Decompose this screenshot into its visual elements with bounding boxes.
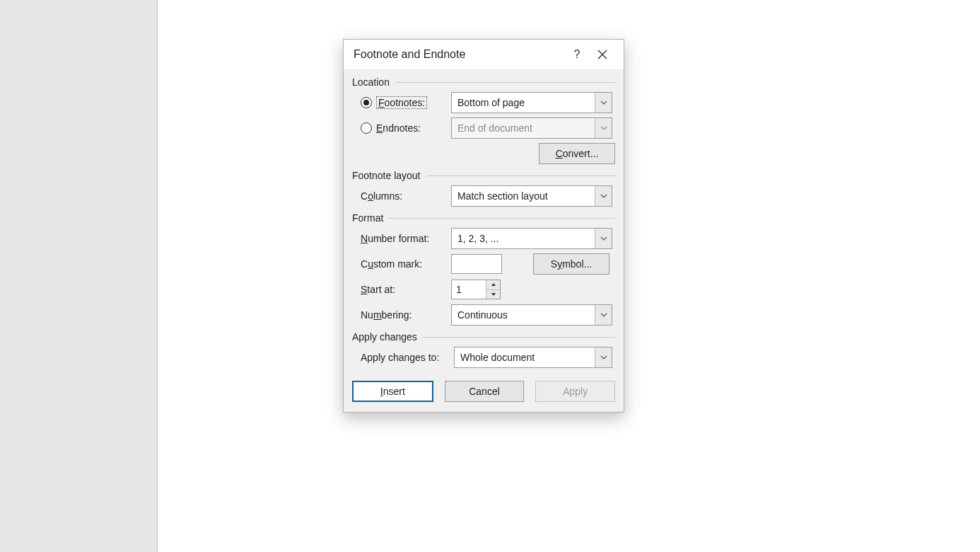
close-icon (597, 50, 607, 59)
group-location: Location Footnotes: Bottom of page (352, 76, 615, 164)
svg-marker-3 (491, 293, 496, 296)
row-number-format: Number format: 1, 2, 3, ... (361, 228, 615, 249)
group-apply-changes: Apply changes Apply changes to: Whole do… (352, 331, 615, 368)
chevron-down-icon (595, 305, 612, 325)
label-numbering: Numbering: (361, 309, 412, 321)
divider (423, 337, 615, 338)
symbol-button[interactable]: Symbol... (533, 253, 609, 275)
apply-button: Apply (535, 381, 615, 402)
group-footnote-layout: Footnote layout Columns: Match section l… (352, 170, 615, 207)
insert-button[interactable]: Insert (352, 381, 433, 402)
spinner-value: 1 (452, 280, 486, 299)
spinner-down[interactable] (486, 289, 500, 299)
spinner-up[interactable] (486, 280, 500, 289)
divider (395, 82, 615, 83)
label-custom-mark: Custom mark: (361, 258, 422, 270)
label-columns: Columns: (361, 190, 402, 202)
help-button[interactable]: ? (564, 43, 590, 66)
custom-mark-input[interactable] (451, 254, 502, 274)
combo-endnotes-location: End of document (451, 117, 612, 139)
combo-value: Continuous (452, 305, 595, 325)
row-numbering: Numbering: Continuous (361, 304, 615, 326)
document-margin (0, 0, 158, 552)
svg-marker-2 (491, 283, 496, 286)
combo-number-format[interactable]: 1, 2, 3, ... (451, 228, 612, 249)
dialog-body: Location Footnotes: Bottom of page (344, 69, 624, 412)
start-at-spinner[interactable]: 1 (451, 280, 501, 299)
button-label: Symbol... (551, 258, 592, 270)
button-label: Insert (380, 386, 405, 397)
radio-footnotes[interactable] (361, 97, 372, 108)
label-endnotes[interactable]: Endnotes: (376, 122, 421, 134)
footnote-endnote-dialog: Footnote and Endnote ? Location Footnote… (343, 39, 624, 413)
dialog-titlebar: Footnote and Endnote ? (344, 40, 624, 69)
combo-value: 1, 2, 3, ... (452, 229, 595, 248)
label-footnotes[interactable]: Footnotes: (376, 96, 427, 109)
divider (389, 218, 615, 219)
dialog-actions: Insert Cancel Apply (352, 381, 615, 402)
row-start-at: Start at: 1 (361, 279, 615, 300)
button-label: Apply (563, 386, 588, 397)
close-button[interactable] (590, 43, 615, 66)
group-title-format: Format (352, 212, 383, 224)
combo-columns[interactable]: Match section layout (451, 185, 612, 207)
row-footnotes: Footnotes: Bottom of page (361, 92, 615, 113)
group-header-location: Location (352, 76, 615, 88)
label-number-format: Number format: (361, 233, 429, 244)
group-format: Format Number format: 1, 2, 3, ... (352, 212, 615, 326)
label-start-at: Start at: (361, 284, 395, 295)
radio-endnotes[interactable] (361, 122, 372, 134)
chevron-down-icon (595, 347, 612, 367)
group-header-format: Format (352, 212, 615, 224)
combo-value: Match section layout (452, 186, 595, 206)
group-title-layout: Footnote layout (352, 170, 421, 181)
row-endnotes: Endnotes: End of document (361, 117, 615, 139)
row-apply-to: Apply changes to: Whole document (361, 347, 615, 368)
chevron-down-icon (595, 118, 612, 138)
row-custom-mark: Custom mark: Symbol... (361, 253, 615, 275)
button-label: Convert... (556, 148, 599, 159)
group-title-location: Location (352, 76, 390, 88)
combo-value: Bottom of page (452, 93, 595, 113)
group-title-apply: Apply changes (352, 331, 417, 343)
chevron-down-icon (595, 93, 612, 113)
combo-numbering[interactable]: Continuous (451, 304, 612, 326)
chevron-down-icon (595, 186, 612, 206)
button-label: Cancel (469, 386, 500, 397)
group-header-apply: Apply changes (352, 331, 615, 343)
combo-footnotes-location[interactable]: Bottom of page (451, 92, 612, 113)
combo-value: Whole document (455, 347, 595, 367)
combo-apply-to[interactable]: Whole document (454, 347, 612, 368)
chevron-down-icon (595, 229, 612, 248)
row-columns: Columns: Match section layout (361, 185, 615, 207)
convert-button[interactable]: Convert... (539, 143, 615, 164)
label-apply-to: Apply changes to: (361, 352, 439, 363)
divider (426, 176, 615, 176)
cancel-button[interactable]: Cancel (445, 381, 525, 402)
help-icon: ? (574, 48, 581, 61)
dialog-title: Footnote and Endnote (354, 48, 564, 61)
combo-value: End of document (452, 118, 595, 138)
group-header-layout: Footnote layout (352, 170, 615, 181)
